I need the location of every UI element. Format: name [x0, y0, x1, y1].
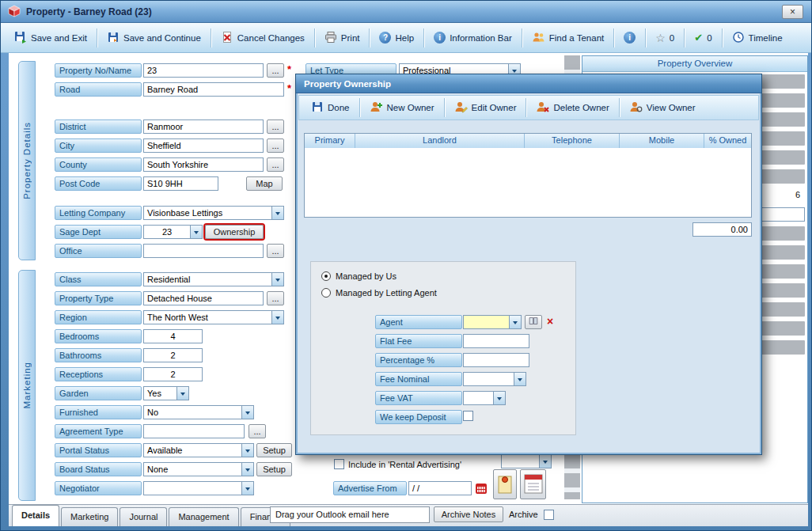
outlook-drop-target[interactable]: Drag your Outlook email here — [270, 506, 430, 523]
agreement-type-browse-button[interactable]: ... — [249, 424, 266, 438]
letting-company-select[interactable]: Visionbase Lettings — [143, 206, 284, 220]
fee-vat-select[interactable] — [463, 391, 506, 405]
keep-deposit-checkbox[interactable] — [463, 411, 473, 421]
portal-status-select[interactable]: Available — [143, 443, 254, 457]
help-button[interactable]: ? Help — [372, 26, 421, 50]
view-owner-button[interactable]: View Owner — [622, 96, 703, 119]
delete-owner-icon — [536, 101, 549, 115]
new-owner-button[interactable]: New Owner — [362, 96, 442, 119]
property-type-browse-button[interactable]: ... — [267, 291, 284, 305]
new-owner-label: New Owner — [387, 103, 434, 112]
post-code-input[interactable]: S10 9HH — [143, 176, 218, 191]
district-browse-button[interactable]: ... — [267, 119, 284, 134]
advertise-from-input[interactable]: / / — [408, 481, 472, 495]
tab-journal[interactable]: Journal — [120, 507, 167, 526]
dialog-title-bar[interactable]: Property Ownership — [296, 74, 761, 93]
board-status-select[interactable]: None — [143, 462, 254, 476]
class-value: Residential — [144, 273, 271, 286]
toolbar-separator — [522, 28, 522, 47]
information-bar-button[interactable]: i Information Bar — [427, 26, 519, 50]
star-count: 0 — [670, 33, 674, 43]
edit-owner-button[interactable]: Edit Owner — [447, 96, 524, 119]
garden-select[interactable]: Yes — [143, 386, 189, 400]
city-browse-button[interactable]: ... — [267, 138, 284, 153]
dialog-toolbar: Done New Owner Edit Owner Delete Owner V… — [298, 95, 759, 120]
sidebar-tab-property-details[interactable]: Property Details — [18, 61, 36, 260]
property-no-browse-button[interactable]: ... — [267, 63, 284, 78]
agent-clear-icon[interactable]: × — [547, 316, 553, 327]
tab-marketing[interactable]: Marketing — [61, 507, 118, 526]
agreement-type-input[interactable] — [143, 424, 245, 438]
bedrooms-input[interactable]: 4 — [143, 329, 203, 343]
edit-owner-label: Edit Owner — [472, 103, 517, 112]
portal-setup-button[interactable]: Setup — [256, 443, 292, 457]
property-no-input[interactable]: 23 — [143, 63, 264, 78]
agent-select[interactable] — [463, 315, 522, 329]
region-select[interactable]: The North West — [143, 310, 284, 324]
favourites-counter-button[interactable]: ☆ 0 — [648, 26, 681, 50]
save-and-exit-button[interactable]: Save and Exit — [7, 26, 94, 50]
fee-nominal-value — [464, 373, 514, 385]
tab-management[interactable]: Management — [169, 507, 238, 526]
column-header-mobile[interactable]: Mobile — [620, 134, 704, 148]
rental-advertising-select[interactable] — [501, 454, 552, 468]
ownership-button[interactable]: Ownership — [205, 225, 264, 239]
fee-vat-value — [464, 392, 493, 404]
cancel-changes-button[interactable]: Cancel Changes — [214, 26, 312, 50]
sage-dept-select[interactable]: 23 — [143, 225, 203, 239]
flat-fee-input[interactable] — [463, 334, 529, 348]
column-header-telephone[interactable]: Telephone — [525, 134, 620, 148]
negotiator-select[interactable] — [143, 481, 254, 495]
district-input[interactable]: Ranmoor — [143, 119, 264, 134]
road-input[interactable]: Barney Road — [143, 82, 284, 97]
column-header-owned[interactable]: % Owned — [704, 134, 751, 148]
receptions-input[interactable]: 2 — [143, 367, 203, 381]
column-header-primary[interactable]: Primary — [305, 134, 355, 148]
office-browse-button[interactable]: ... — [267, 244, 284, 258]
help-label: Help — [395, 33, 414, 43]
board-setup-button[interactable]: Setup — [256, 462, 292, 476]
county-browse-button[interactable]: ... — [267, 157, 284, 172]
save-and-continue-button[interactable]: Save and Continue — [100, 26, 208, 50]
print-button[interactable]: Print — [317, 26, 367, 50]
timeline-clock-icon — [732, 31, 745, 45]
archive-notes-button[interactable]: Archive Notes — [434, 506, 503, 522]
find-a-tenant-label: Find a Tenant — [549, 33, 604, 43]
owners-grid-body[interactable] — [304, 148, 752, 218]
sidebar-tab-marketing[interactable]: Marketing — [18, 270, 36, 501]
chevron-down-icon — [176, 387, 188, 400]
fee-nominal-select[interactable] — [463, 372, 526, 386]
star-icon: ☆ — [655, 32, 666, 44]
furnished-label: Furnished — [55, 405, 142, 419]
archive-checkbox[interactable] — [544, 510, 554, 520]
include-advertising-checkbox[interactable] — [334, 459, 344, 469]
office-input[interactable] — [143, 244, 264, 258]
map-button[interactable]: Map — [246, 176, 283, 191]
managed-by-us-radio[interactable] — [321, 271, 331, 281]
city-input[interactable]: Sheffield — [143, 138, 264, 153]
toolbar-separator — [423, 28, 424, 47]
agent-lookup-button[interactable] — [525, 315, 542, 329]
bathrooms-input[interactable]: 2 — [143, 348, 203, 362]
timeline-button[interactable]: Timeline — [725, 26, 790, 50]
tasks-counter-button[interactable]: ✔ 0 — [687, 26, 719, 50]
advert-schedule-button[interactable] — [520, 469, 546, 499]
road-label: Road — [55, 82, 142, 97]
tab-details[interactable]: Details — [12, 505, 59, 526]
calendar-icon[interactable] — [475, 482, 488, 496]
column-header-landlord[interactable]: Landlord — [355, 134, 525, 148]
class-select[interactable]: Residential — [143, 272, 284, 286]
region-value: The North West — [144, 311, 271, 324]
delete-owner-button[interactable]: Delete Owner — [529, 96, 616, 119]
total-owned-input[interactable]: 0.00 — [692, 222, 752, 237]
furnished-select[interactable]: No — [143, 405, 254, 419]
percentage-input[interactable] — [463, 353, 529, 367]
county-input[interactable]: South Yorkshire — [143, 157, 264, 172]
property-type-input[interactable]: Detached House — [143, 291, 264, 305]
find-a-tenant-button[interactable]: Find a Tenant — [525, 26, 611, 50]
managed-by-agent-radio[interactable] — [321, 288, 331, 298]
close-button[interactable]: × — [782, 5, 803, 19]
advert-note-button[interactable] — [493, 469, 517, 499]
info-circle-button[interactable]: i — [617, 26, 643, 50]
done-button[interactable]: Done — [304, 96, 357, 119]
